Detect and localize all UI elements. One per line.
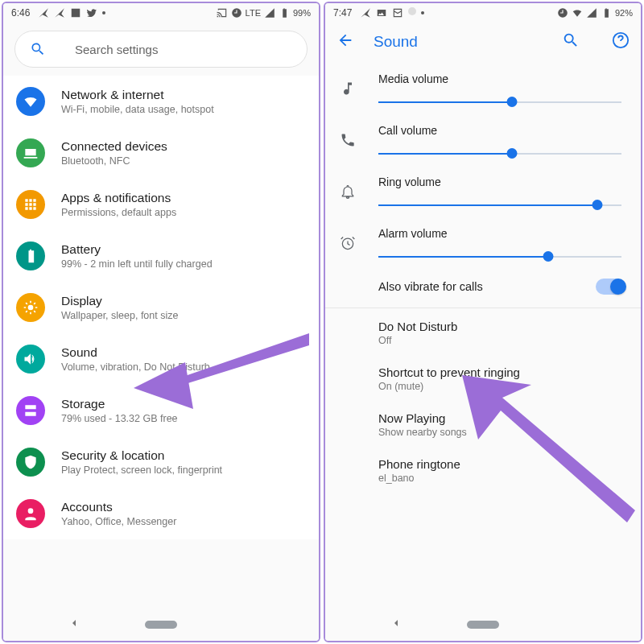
- sound-row[interactable]: Shortcut to prevent ringing On (mute): [325, 356, 641, 402]
- settings-item-devices[interactable]: Connected devices Bluetooth, NFC: [3, 127, 319, 179]
- item-subtitle: Permissions, default apps: [61, 207, 176, 218]
- item-subtitle: Yahoo, Office, Messenger: [61, 516, 176, 527]
- nav-home[interactable]: [145, 621, 177, 629]
- account-icon: [16, 499, 45, 528]
- nav-bar: [325, 609, 641, 641]
- slider-label: Media volume: [378, 72, 621, 85]
- battery-icon: [601, 7, 612, 19]
- row-subtitle: Show nearby songs: [378, 427, 625, 438]
- settings-item-brightness[interactable]: Display Wallpaper, sleep, font size: [3, 282, 319, 333]
- sound-row[interactable]: Now Playing Show nearby songs: [325, 402, 641, 448]
- search-button[interactable]: [562, 31, 580, 52]
- sound-row[interactable]: Phone ringtone el_bano: [325, 448, 641, 493]
- slider-label: Call volume: [378, 124, 621, 137]
- help-button[interactable]: [612, 31, 630, 52]
- row-subtitle: On (mute): [378, 381, 625, 392]
- divider: [325, 308, 641, 308]
- photo-icon: [376, 7, 387, 19]
- settings-item-wifi[interactable]: Network & internet Wi-Fi, mobile, data u…: [3, 76, 319, 127]
- apps-icon: [16, 190, 45, 219]
- svg-point-2: [27, 413, 28, 415]
- sound-row[interactable]: Do Not Disturb Off: [325, 310, 641, 356]
- item-label: Security & location: [61, 448, 222, 463]
- status-right-icons: 92%: [557, 7, 633, 19]
- item-subtitle: 99% - 2 min left until fully charged: [61, 258, 213, 270]
- settings-item-volume[interactable]: Sound Volume, vibration, Do Not Disturb: [3, 333, 319, 385]
- settings-item-security[interactable]: Security & location Play Protect, screen…: [3, 436, 319, 488]
- alarm-icon: [340, 235, 357, 254]
- bell-icon: [340, 184, 357, 203]
- search-icon: [30, 41, 46, 57]
- settings-item-apps[interactable]: Apps & notifications Permissions, defaul…: [3, 179, 319, 230]
- status-network: LTE: [246, 8, 261, 18]
- nav-home[interactable]: [467, 621, 499, 629]
- mail-icon: [392, 7, 403, 19]
- item-subtitle: Play Protect, screen lock, fingerprint: [61, 464, 222, 476]
- devices-icon: [16, 138, 45, 167]
- sound-list: Media volume Call volume Ring volume: [325, 61, 641, 267]
- wifi-icon: [16, 87, 45, 116]
- svg-point-3: [28, 508, 34, 514]
- svg-point-0: [28, 305, 34, 311]
- item-subtitle: 79% used - 13.32 GB free: [61, 413, 178, 424]
- settings-item-battery[interactable]: Battery 99% - 2 min left until fully cha…: [3, 230, 319, 282]
- slider-track[interactable]: [378, 251, 621, 262]
- search-placeholder: Search settings: [75, 43, 158, 56]
- status-battery: 92%: [615, 8, 633, 18]
- slider-track[interactable]: [378, 200, 621, 211]
- row-label: Now Playing: [378, 411, 625, 425]
- back-button[interactable]: [336, 31, 354, 52]
- item-label: Accounts: [61, 500, 176, 514]
- item-label: Sound: [61, 345, 210, 360]
- phone-icon: [340, 132, 357, 151]
- status-left-icons: [360, 7, 424, 19]
- item-subtitle: Wi-Fi, mobile, data usage, hotspot: [61, 104, 214, 115]
- battery-icon: [16, 242, 45, 270]
- brightness-icon: [16, 293, 45, 322]
- row-label: Phone ringtone: [378, 457, 625, 471]
- item-label: Storage: [61, 397, 178, 411]
- row-subtitle: el_bano: [378, 473, 625, 484]
- row-label: Shortcut to prevent ringing: [378, 365, 625, 379]
- slider-bell: Ring volume: [325, 164, 641, 216]
- settings-list: Network & internet Wi-Fi, mobile, data u…: [3, 72, 319, 539]
- twitter-icon: [86, 7, 97, 19]
- item-label: Apps & notifications: [61, 191, 176, 205]
- slider-track[interactable]: [378, 148, 621, 159]
- settings-item-storage[interactable]: Storage 79% used - 13.32 GB free: [3, 385, 319, 436]
- dot-icon: [408, 7, 416, 15]
- item-label: Battery: [61, 242, 213, 257]
- sound-header: Sound: [325, 23, 641, 61]
- status-bar: 7:47 92%: [325, 3, 641, 23]
- right-phone-sound: 7:47 92% Sound Media volume: [324, 2, 642, 642]
- slider-label: Ring volume: [378, 175, 621, 188]
- status-bar: 6:46 LTE 99%: [3, 3, 319, 23]
- signal-icon: [264, 7, 275, 19]
- status-left-icons: [38, 7, 105, 19]
- clock-icon: [557, 7, 568, 19]
- nav-back[interactable]: [390, 617, 402, 633]
- search-settings[interactable]: Search settings: [14, 31, 308, 68]
- cast-icon: [217, 7, 228, 19]
- vibrate-label: Also vibrate for calls: [378, 280, 483, 293]
- vibrate-toggle-row[interactable]: Also vibrate for calls: [325, 267, 641, 306]
- near-icon: [360, 7, 371, 19]
- status-time: 6:46: [11, 7, 30, 19]
- wifi-icon: [572, 7, 583, 19]
- slider-music: Media volume: [325, 61, 641, 113]
- volume-icon: [16, 345, 45, 374]
- settings-item-account[interactable]: Accounts Yahoo, Office, Messenger: [3, 488, 319, 539]
- music-icon: [340, 80, 357, 100]
- signal-icon: [586, 7, 597, 19]
- header-title: Sound: [374, 33, 418, 51]
- nav-back[interactable]: [68, 617, 80, 633]
- item-label: Connected devices: [61, 139, 167, 154]
- row-label: Do Not Disturb: [378, 320, 625, 333]
- left-phone-settings: 6:46 LTE 99% Search settings Network & i…: [2, 2, 320, 642]
- item-label: Network & internet: [61, 88, 214, 102]
- vibrate-switch[interactable]: [596, 279, 625, 295]
- status-right-icons: LTE 99%: [217, 7, 311, 19]
- near-icon: [38, 7, 49, 19]
- slider-track[interactable]: [378, 97, 621, 108]
- storage-icon: [16, 396, 45, 425]
